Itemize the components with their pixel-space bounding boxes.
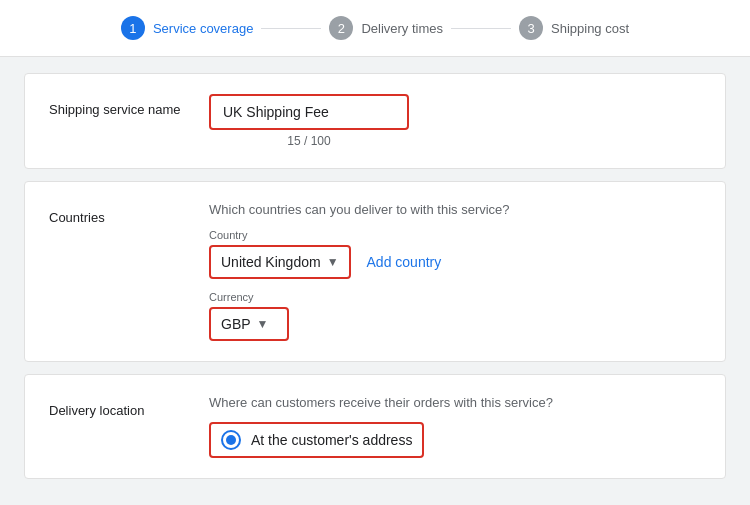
radio-inner (226, 435, 236, 445)
customer-address-option[interactable]: At the customer's address (209, 422, 424, 458)
currency-select[interactable]: GBP ▼ (209, 307, 289, 341)
step-3: 3 Shipping cost (519, 16, 629, 40)
delivery-location-content: Where can customers receive their orders… (209, 395, 701, 458)
currency-value: GBP (221, 316, 251, 332)
country-select[interactable]: United Kingdom ▼ (209, 245, 351, 279)
shipping-service-input[interactable] (209, 94, 409, 130)
step-2-circle: 2 (329, 16, 353, 40)
step-3-label: Shipping cost (551, 21, 629, 36)
radio-circle (221, 430, 241, 450)
main-content: Shipping service name 15 / 100 Countries… (0, 57, 750, 505)
step-1-circle: 1 (121, 16, 145, 40)
countries-content: Which countries can you deliver to with … (209, 202, 701, 341)
country-value: United Kingdom (221, 254, 321, 270)
delivery-question: Where can customers receive their orders… (209, 395, 701, 410)
step-3-circle: 3 (519, 16, 543, 40)
add-country-link[interactable]: Add country (367, 254, 442, 270)
countries-question: Which countries can you deliver to with … (209, 202, 701, 217)
currency-dropdown-arrow: ▼ (257, 317, 269, 331)
countries-label: Countries (49, 202, 209, 225)
step-2: 2 Delivery times (329, 16, 443, 40)
step-1-label: Service coverage (153, 21, 253, 36)
shipping-service-label: Shipping service name (49, 94, 209, 117)
step-1: 1 Service coverage (121, 16, 253, 40)
customer-address-label: At the customer's address (251, 432, 412, 448)
countries-card: Countries Which countries can you delive… (24, 181, 726, 362)
delivery-location-row: Delivery location Where can customers re… (25, 375, 725, 478)
delivery-location-label: Delivery location (49, 395, 209, 418)
step-2-label: Delivery times (361, 21, 443, 36)
currency-field-label: Currency (209, 291, 701, 303)
delivery-location-card: Delivery location Where can customers re… (24, 374, 726, 479)
stepper: 1 Service coverage 2 Delivery times 3 Sh… (0, 0, 750, 57)
countries-row: Countries Which countries can you delive… (25, 182, 725, 361)
char-count: 15 / 100 (209, 134, 409, 148)
shipping-service-content: 15 / 100 (209, 94, 701, 148)
shipping-service-card: Shipping service name 15 / 100 (24, 73, 726, 169)
step-connector-1 (261, 28, 321, 29)
step-connector-2 (451, 28, 511, 29)
country-dropdown-arrow: ▼ (327, 255, 339, 269)
country-field-label: Country (209, 229, 701, 241)
country-row: United Kingdom ▼ Add country (209, 245, 701, 279)
shipping-service-row: Shipping service name 15 / 100 (25, 74, 725, 168)
